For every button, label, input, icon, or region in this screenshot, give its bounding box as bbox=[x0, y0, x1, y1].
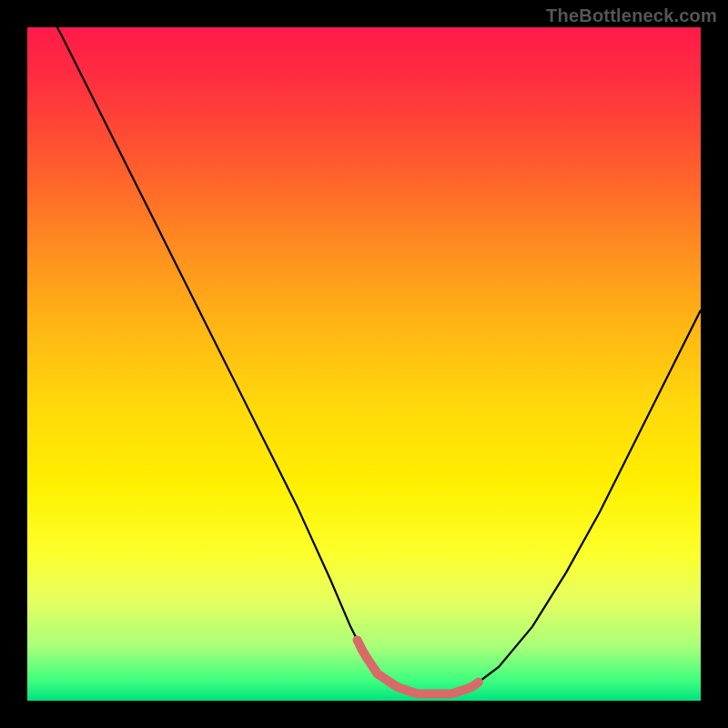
bottleneck-curve bbox=[27, 27, 701, 694]
chart-container: TheBottleneck.com bbox=[0, 0, 728, 728]
plot-area bbox=[27, 27, 701, 701]
highlight-region bbox=[358, 640, 479, 693]
watermark-text: TheBottleneck.com bbox=[546, 5, 717, 26]
chart-svg bbox=[27, 27, 701, 701]
